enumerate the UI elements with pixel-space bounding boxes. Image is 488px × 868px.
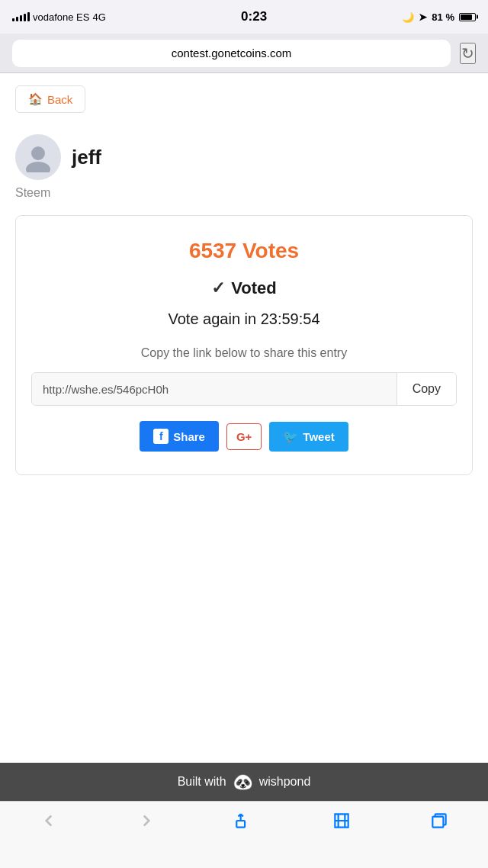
gplus-label: G+ — [236, 430, 252, 443]
battery-percent: 81 % — [432, 11, 454, 23]
social-buttons: f Share G+ 🐦 Tweet — [31, 421, 457, 452]
panda-icon: 🐼 — [233, 772, 253, 792]
back-nav-button[interactable] — [24, 811, 74, 831]
built-with-footer: Built with 🐼 wishpond — [0, 763, 488, 801]
twitter-bird-icon: 🐦 — [283, 429, 298, 444]
voted-label: Voted — [231, 278, 276, 298]
network-label: 4G — [92, 11, 105, 23]
moon-icon: 🌙 — [402, 11, 414, 23]
user-section: jeff — [0, 125, 488, 183]
twitter-label: Tweet — [303, 430, 334, 443]
gplus-share-button[interactable]: G+ — [226, 423, 262, 450]
forward-nav-button[interactable] — [121, 811, 172, 831]
back-label: Back — [47, 93, 72, 106]
bookmarks-nav-button[interactable] — [316, 811, 367, 831]
vote-again-timer: Vote again in 23:59:54 — [31, 310, 457, 328]
back-section: 🏠 Back — [0, 73, 488, 125]
copy-button[interactable]: Copy — [396, 373, 456, 405]
status-bar: vodafone ES 4G 0:23 🌙 ➤ 81 % — [0, 0, 488, 34]
url-bar[interactable]: contest.gonetcoins.com — [12, 40, 451, 67]
svg-rect-3 — [432, 817, 443, 828]
voted-status: ✓ Voted — [31, 278, 457, 298]
username: jeff — [72, 146, 101, 169]
vote-count: 6537 Votes — [31, 239, 457, 263]
carrier-info: vodafone ES 4G — [12, 11, 106, 23]
clock: 0:23 — [241, 9, 267, 24]
svg-point-1 — [26, 162, 50, 172]
brand-name: wishpond — [259, 775, 311, 789]
platform-label: Steem — [0, 183, 488, 215]
share-instruction: Copy the link below to share this entry — [31, 346, 457, 360]
signal-bars-icon — [12, 12, 30, 21]
share-nav-icon — [234, 811, 254, 831]
url-text: contest.gonetcoins.com — [172, 47, 292, 59]
facebook-icon: f — [153, 429, 169, 444]
svg-point-0 — [31, 146, 45, 160]
facebook-label: Share — [173, 430, 205, 443]
battery-icon — [459, 13, 476, 21]
bookmarks-nav-icon — [332, 811, 352, 831]
refresh-button[interactable]: ↻ — [460, 43, 476, 64]
svg-rect-2 — [236, 821, 245, 828]
share-link-row: Copy — [31, 372, 457, 406]
page-content: 🏠 Back jeff Steem 6537 Votes ✓ Voted Vot… — [0, 73, 488, 763]
facebook-share-button[interactable]: f Share — [140, 421, 219, 452]
share-link-input[interactable] — [32, 373, 396, 405]
tabs-nav-icon — [429, 811, 449, 831]
built-with-label: Built with — [178, 775, 226, 789]
twitter-share-button[interactable]: 🐦 Tweet — [269, 422, 348, 452]
location-icon: ➤ — [419, 11, 427, 23]
tabs-nav-button[interactable] — [414, 811, 464, 831]
avatar — [15, 134, 61, 180]
back-nav-icon — [39, 811, 59, 831]
forward-nav-icon — [136, 811, 156, 831]
carrier-label: vodafone ES — [33, 11, 89, 23]
checkmark-icon: ✓ — [211, 278, 225, 298]
avatar-icon — [23, 142, 53, 172]
browser-bar: contest.gonetcoins.com ↻ — [0, 34, 488, 73]
home-icon: 🏠 — [28, 92, 43, 106]
vote-card: 6537 Votes ✓ Voted Vote again in 23:59:5… — [15, 215, 473, 475]
battery-info: 🌙 ➤ 81 % — [402, 11, 476, 23]
back-button[interactable]: 🏠 Back — [15, 85, 85, 113]
ios-nav-bar — [0, 801, 488, 868]
share-nav-button[interactable] — [219, 811, 269, 831]
